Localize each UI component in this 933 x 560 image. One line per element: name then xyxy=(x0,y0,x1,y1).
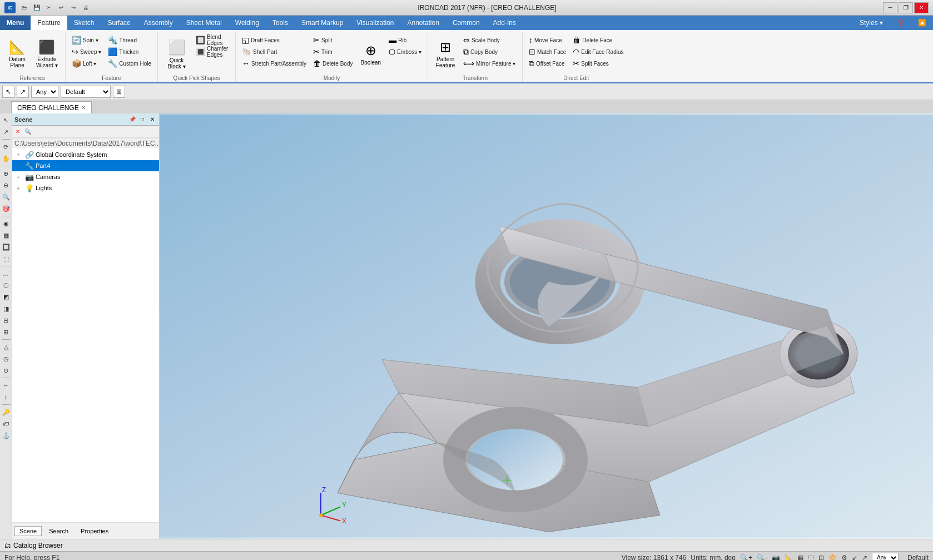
search-tab[interactable]: Search xyxy=(44,526,73,536)
style-select[interactable]: Default xyxy=(61,86,111,98)
select-mode-btn[interactable]: ↗ xyxy=(17,86,29,98)
tree-item-part4[interactable]: + 🔧 Part4 xyxy=(12,160,159,171)
loft-btn[interactable]: 📦 Loft ▾ xyxy=(69,58,104,69)
view-top[interactable]: ◉ xyxy=(1,218,12,229)
view-icon-5[interactable]: ⊡ xyxy=(818,554,824,561)
anchor-tool[interactable]: ⚓ xyxy=(1,430,12,441)
menu-sheetmetal[interactable]: Sheet Metal xyxy=(180,16,229,30)
view-icon-4[interactable]: ⬚ xyxy=(808,554,814,561)
tag-tool[interactable]: 🏷 xyxy=(1,418,12,429)
properties-tab[interactable]: Properties xyxy=(76,526,113,536)
menu-menu[interactable]: Menu xyxy=(0,16,31,30)
view-icon-8[interactable]: ↙ xyxy=(852,554,857,561)
sweep-btn[interactable]: ↪ Sweep ▾ xyxy=(69,46,104,57)
extrude-wizard-btn[interactable]: ⬛ ExtrudeWizard ▾ xyxy=(32,34,62,73)
tree-item-cameras[interactable]: + 📷 Cameras xyxy=(12,171,159,182)
rotate-tool[interactable]: ⟳ xyxy=(1,141,12,152)
tool-5[interactable]: ⊟ xyxy=(1,315,12,326)
zoom-tool[interactable]: ↗ xyxy=(1,126,12,137)
quick-block-btn[interactable]: ⬜ QuickBlock ▾ xyxy=(161,34,192,73)
pattern-feature-btn[interactable]: ⊞ PatternFeature xyxy=(431,34,459,73)
restore-btn[interactable]: ❐ xyxy=(899,2,913,13)
datum-plane-btn[interactable]: 📐 DatumPlane xyxy=(3,34,31,73)
select-tool[interactable]: ↖ xyxy=(1,115,12,126)
doc-tab-creo[interactable]: CREO CHALLENGE ✕ xyxy=(11,101,92,113)
zoom-in-tool[interactable]: ⊕ xyxy=(1,168,12,179)
copy-body-btn[interactable]: ⧉ Copy Body xyxy=(460,46,518,57)
blend-edges-btn[interactable]: 🔲 BlendEdges xyxy=(193,34,231,46)
zoom-fit-tool[interactable]: 🔍 xyxy=(1,191,12,202)
undo-btn[interactable]: ↩ xyxy=(56,2,67,13)
tree-item-lights[interactable]: + 💡 Lights xyxy=(12,182,159,194)
custom-hole-btn[interactable]: 🔧 Custom Hole xyxy=(105,58,154,69)
menu-addins[interactable]: Add-Ins xyxy=(487,16,523,30)
view-icon-7[interactable]: ⚙ xyxy=(841,554,847,561)
scene-tab[interactable]: Scene xyxy=(14,526,42,536)
mirror-feature-btn[interactable]: ⟺ Mirror Feature ▾ xyxy=(460,58,518,69)
zoom-out-icon[interactable]: 🔍- xyxy=(757,554,767,561)
shell-part-btn[interactable]: 🐚 Shell Part xyxy=(239,46,309,57)
split-faces-btn[interactable]: ✂ Split Faces xyxy=(570,58,626,69)
menu-sketch[interactable]: Sketch xyxy=(67,16,101,30)
match-face-btn[interactable]: ⊡ Match Face xyxy=(526,46,569,57)
pan-tool[interactable]: ✋ xyxy=(1,153,12,164)
view-icon-3[interactable]: ▦ xyxy=(797,554,803,561)
split-btn[interactable]: ✂ Split xyxy=(310,34,355,46)
zoom-in-icon[interactable]: 🔍+ xyxy=(740,554,752,561)
angle-tool[interactable]: ◷ xyxy=(1,353,12,364)
horiz-mirror[interactable]: ↔ xyxy=(1,380,12,391)
minimize-btn[interactable]: ─ xyxy=(883,2,897,13)
menu-assembly[interactable]: Assembly xyxy=(137,16,180,30)
view-grid[interactable]: ▦ xyxy=(1,230,12,241)
emboss-btn[interactable]: ⬡ Emboss ▾ xyxy=(386,46,424,57)
menu-common[interactable]: Common xyxy=(446,16,487,30)
select-arrow-btn[interactable]: ↖ xyxy=(2,86,14,98)
menu-help[interactable]: ❓ xyxy=(890,16,911,30)
tab-close-btn[interactable]: ✕ xyxy=(81,105,86,111)
menu-tools[interactable]: Tools xyxy=(266,16,295,30)
rib-btn[interactable]: ▬ Rib xyxy=(386,34,424,46)
trim-btn[interactable]: ✂ Trim xyxy=(310,46,355,57)
redo-btn[interactable]: ↪ xyxy=(68,2,79,13)
zoom-out-tool[interactable]: ⊖ xyxy=(1,180,12,191)
delete-body-btn[interactable]: 🗑 Delete Body xyxy=(310,58,355,69)
new-btn[interactable]: 🗁 xyxy=(19,2,30,13)
status-zoom-select[interactable]: Any xyxy=(872,553,899,561)
thread-btn[interactable]: 🔩 Thread xyxy=(105,34,154,46)
scene-toolbar-search[interactable]: 🔍 xyxy=(23,127,32,136)
panel-dock-btn[interactable]: □ xyxy=(138,115,147,124)
panel-pin-btn[interactable]: 📌 xyxy=(128,115,137,124)
thicken-btn[interactable]: 🟦 Thicken xyxy=(105,46,154,57)
menu-annotation[interactable]: Annotation xyxy=(400,16,445,30)
menu-feature[interactable]: Feature xyxy=(31,16,67,30)
viewport[interactable]: Y X Z xyxy=(160,113,933,539)
view-box[interactable]: 🔲 xyxy=(1,241,12,252)
tool-6[interactable]: ⊞ xyxy=(1,326,12,338)
delete-face-btn[interactable]: 🗑 Delete Face xyxy=(570,34,626,46)
view-icon-2[interactable]: 📐 xyxy=(785,554,793,561)
scale-body-btn[interactable]: ⇔ Scale Body xyxy=(460,34,518,46)
vert-mirror[interactable]: ↕ xyxy=(1,391,12,403)
measure-tool[interactable]: △ xyxy=(1,341,12,353)
shading-tool[interactable]: ⬚ xyxy=(1,253,12,264)
menu-smartmarkup[interactable]: Smart Markup xyxy=(295,16,350,30)
print-btn[interactable]: 🖨 xyxy=(80,2,91,13)
tool-3[interactable]: ◩ xyxy=(1,291,12,303)
tool-4[interactable]: ◨ xyxy=(1,303,12,314)
tool-1[interactable]: … xyxy=(1,268,12,279)
tool-2[interactable]: ⬡ xyxy=(1,280,12,291)
tree-item-coordinate[interactable]: + 🔗 Global Coordinate System xyxy=(12,149,159,160)
menu-welding[interactable]: Welding xyxy=(229,16,266,30)
menu-minimize-ribbon[interactable]: 🔼 xyxy=(911,16,933,30)
view-icon-9[interactable]: ↗ xyxy=(862,554,867,561)
select-filter[interactable]: Any xyxy=(31,86,58,98)
edit-face-radius-btn[interactable]: ◠ Edit Face Radius xyxy=(570,46,626,57)
view-icon-1[interactable]: 📷 xyxy=(772,554,780,561)
key-tool[interactable]: 🔑 xyxy=(1,407,12,418)
save-btn[interactable]: 💾 xyxy=(31,2,42,13)
scene-toolbar-close[interactable]: ✕ xyxy=(13,127,22,136)
stretch-part-btn[interactable]: ↔ Stretch Part/Assembly xyxy=(239,58,309,69)
menu-surface[interactable]: Surface xyxy=(101,16,137,30)
boolean-btn[interactable]: ⊕ Boolean xyxy=(356,34,385,73)
move-face-btn[interactable]: ↕ Move Face xyxy=(526,34,569,46)
